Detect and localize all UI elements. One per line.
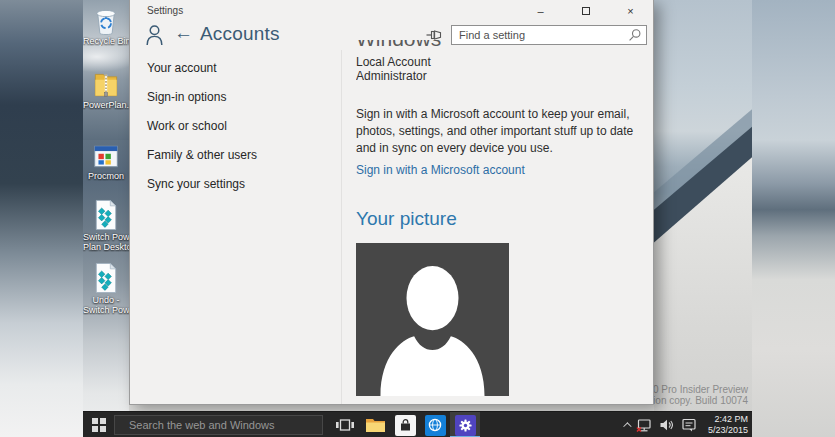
screenshot-root: Windows 10 Pro Insider Preview Evaluatio… [0,0,835,437]
window-title: Settings [147,5,183,16]
edge-browser-button[interactable] [420,412,450,437]
desktop-icon-procmon[interactable]: Procmon [83,143,129,181]
account-name-clipped: Windows [356,40,656,50]
clock-time: 2:42 PM [704,414,748,425]
edge-tile [425,415,446,436]
maximize-button[interactable] [563,0,608,22]
volume-icon[interactable] [659,418,674,432]
blurred-left-edge [0,0,83,437]
store-tile [395,415,416,436]
account-type: Local Account [356,55,656,69]
desktop-icon-label: Switch Powe [83,232,129,242]
settings-window: Settings – × ← Accounts [129,0,654,405]
settings-app-button[interactable] [450,412,480,437]
desktop-icon-label: Undo - [83,295,129,305]
close-button[interactable]: × [608,0,653,22]
action-center-icon[interactable] [681,417,697,433]
avatar-silhouette-icon [356,243,509,396]
sidebar-item-sign-in-options[interactable]: Sign-in options [130,83,341,112]
maximize-icon [582,7,590,15]
task-view-icon [335,416,355,434]
title-bar[interactable]: Settings – × [130,0,653,22]
procmon-icon [92,143,120,171]
desktop-icon-label: PowerPlan... [83,100,129,110]
clock-date: 5/23/2015 [704,425,748,436]
sidebar-divider [341,50,342,404]
accounts-person-icon [145,24,164,46]
store-button[interactable] [390,412,420,437]
taskbar-search-box[interactable]: Search the web and Windows [114,415,323,435]
desktop-icon-label: Procmon [83,171,129,181]
account-picture [356,243,509,396]
page-title: Accounts [200,23,280,45]
script-cubes-icon [92,261,120,295]
account-role: Administrator [356,69,656,83]
gear-icon [457,417,474,434]
back-arrow-icon[interactable]: ← [174,22,193,44]
tray-chevron-icon[interactable] [623,422,631,430]
sidebar-item-work-or-school[interactable]: Work or school [130,112,341,141]
taskbar-search-placeholder: Search the web and Windows [129,419,275,431]
blurred-right-edge [752,0,835,437]
account-content: Windows Local Account Administrator Sign… [356,40,656,404]
desktop-icon-undo-switch-power[interactable]: Undo - Switch Pow... [83,261,129,315]
task-view-button[interactable] [330,412,360,437]
sign-in-microsoft-account-link[interactable]: Sign in with a Microsoft account [356,163,656,177]
taskbar-clock[interactable]: 2:42 PM 5/23/2015 [704,414,748,436]
file-explorer-button[interactable] [360,412,390,437]
desktop-icon-label: Plan Deskto... [83,242,129,252]
zip-folder-icon [92,68,120,100]
desktop-icon-label: Recycle Bin [83,36,129,46]
script-cubes-icon [92,198,120,232]
file-explorer-icon [365,416,386,434]
microsoft-account-description: Sign in with a Microsoft account to keep… [356,106,656,157]
network-icon[interactable] [636,418,652,433]
sidebar-item-your-account[interactable]: Your account [130,54,341,83]
desktop-icon-recycle-bin[interactable]: Recycle Bin [83,6,129,46]
desktop-icon-label: Switch Pow... [83,305,129,315]
store-bag-icon [398,418,413,433]
settings-sidebar: Your account Sign-in options Work or sch… [130,54,341,199]
minimize-button[interactable]: – [518,0,563,22]
settings-tile [455,415,476,436]
desktop-wallpaper-right [654,0,752,437]
recycle-bin-icon [93,6,119,36]
sidebar-item-family-other-users[interactable]: Family & other users [130,141,341,170]
desktop-icon-switch-power-plan[interactable]: Switch Powe Plan Deskto... [83,198,129,252]
sidebar-item-sync-your-settings[interactable]: Sync your settings [130,170,341,199]
your-picture-heading: Your picture [356,208,656,230]
desktop-icon-powerplan-zip[interactable]: PowerPlan... [83,68,129,110]
taskbar: Search the web and Windows [83,411,752,437]
start-button[interactable] [92,418,106,432]
edge-globe-icon [427,417,443,433]
